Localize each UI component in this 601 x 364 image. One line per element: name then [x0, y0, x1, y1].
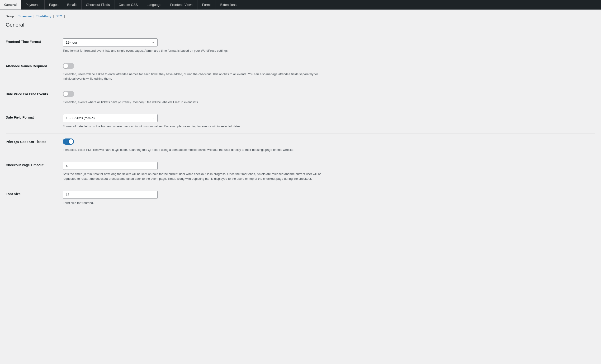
label-hide_price_free_events: Hide Price For Free Events	[6, 92, 57, 96]
toggle-wrapper-hide_price_free_events	[63, 91, 74, 97]
toggle-thumb-print_qr_code	[69, 139, 73, 144]
help-checkout_page_timeout: Sets the timer (in minutes) for how long…	[63, 172, 324, 181]
label-frontend_time_format: Frontend Time Format	[6, 40, 57, 44]
tab-language[interactable]: Language	[142, 0, 166, 10]
label-print_qr_code: Print QR Code On Tickets	[6, 140, 57, 144]
tab-pages[interactable]: Pages	[45, 0, 63, 10]
breadcrumb-sep4: |	[64, 14, 65, 18]
breadcrumb-setup: Setup	[6, 14, 14, 18]
select-frontend_time_format[interactable]: 12-hour24-hour	[63, 38, 158, 47]
help-font_size: Fornt size for frontend.	[63, 201, 324, 205]
breadcrumb-sep3: |	[53, 14, 54, 18]
label-font_size: Font Size	[6, 192, 57, 196]
toggle-thumb-hide_price_free_events	[63, 92, 68, 96]
breadcrumb: Setup | Timezone | Third-Party | SEO |	[6, 14, 595, 18]
breadcrumb-third-party[interactable]: Third-Party	[36, 14, 51, 18]
tab-forms[interactable]: Forms	[198, 0, 216, 10]
tab-navigation: GeneralPaymentsPagesEmailsCheckout Field…	[0, 0, 601, 10]
label-checkout_page_timeout: Checkout Page Timeout	[6, 163, 57, 167]
input-checkout_page_timeout[interactable]	[63, 162, 158, 170]
toggle-hide_price_free_events[interactable]	[63, 91, 74, 97]
toggle-attendee_names_required[interactable]	[63, 63, 74, 69]
select-date_field_format[interactable]: 13-05-2023 (Y-m-d)05-13-2023 (m-d-Y)2023…	[63, 114, 158, 122]
toggle-wrapper-attendee_names_required	[63, 63, 74, 69]
settings-row-print_qr_code: Print QR Code On TicketsIf enabled, tick…	[6, 134, 595, 157]
tab-emails[interactable]: Emails	[63, 0, 82, 10]
tab-payments[interactable]: Payments	[21, 0, 45, 10]
settings-row-frontend_time_format: Frontend Time Format12-hour24-hourTime f…	[6, 34, 595, 58]
input-font_size[interactable]	[63, 191, 158, 199]
help-date_field_format: Format of date fields on the frontend wh…	[63, 124, 324, 129]
section-heading: General	[6, 22, 595, 28]
settings-container: Frontend Time Format12-hour24-hourTime f…	[6, 34, 595, 210]
settings-row-font_size: Font SizeFornt size for frontend.	[6, 186, 595, 210]
settings-row-date_field_format: Date Field Format13-05-2023 (Y-m-d)05-13…	[6, 109, 595, 134]
breadcrumb-sep2: |	[33, 14, 34, 18]
breadcrumb-timezone[interactable]: Timezone	[18, 14, 31, 18]
help-print_qr_code: If enabled, ticket PDF files will have a…	[63, 147, 324, 152]
breadcrumb-sep1: |	[16, 14, 16, 18]
page-content: Setup | Timezone | Third-Party | SEO | G…	[0, 10, 601, 215]
help-hide_price_free_events: If enabled, events where all tickets hav…	[63, 100, 324, 105]
tab-extensions[interactable]: Extensions	[216, 0, 241, 10]
toggle-print_qr_code[interactable]	[63, 138, 74, 145]
help-attendee_names_required: If enabled, users will be asked to enter…	[63, 72, 324, 81]
tab-general[interactable]: General	[0, 0, 21, 10]
settings-row-hide_price_free_events: Hide Price For Free EventsIf enabled, ev…	[6, 86, 595, 110]
help-frontend_time_format: Time format for frontend event lists and…	[63, 48, 324, 53]
breadcrumb-seo[interactable]: SEO	[56, 14, 62, 18]
settings-row-checkout_page_timeout: Checkout Page TimeoutSets the timer (in …	[6, 157, 595, 186]
tab-checkout-fields[interactable]: Checkout Fields	[82, 0, 114, 10]
label-attendee_names_required: Attendee Names Required	[6, 64, 57, 68]
toggle-thumb-attendee_names_required	[63, 64, 68, 68]
tab-custom-css[interactable]: Custom CSS	[114, 0, 142, 10]
settings-row-attendee_names_required: Attendee Names RequiredIf enabled, users…	[6, 58, 595, 86]
toggle-wrapper-print_qr_code	[63, 138, 74, 145]
label-date_field_format: Date Field Format	[6, 115, 57, 119]
tab-frontend-views[interactable]: Frontend Views	[166, 0, 198, 10]
